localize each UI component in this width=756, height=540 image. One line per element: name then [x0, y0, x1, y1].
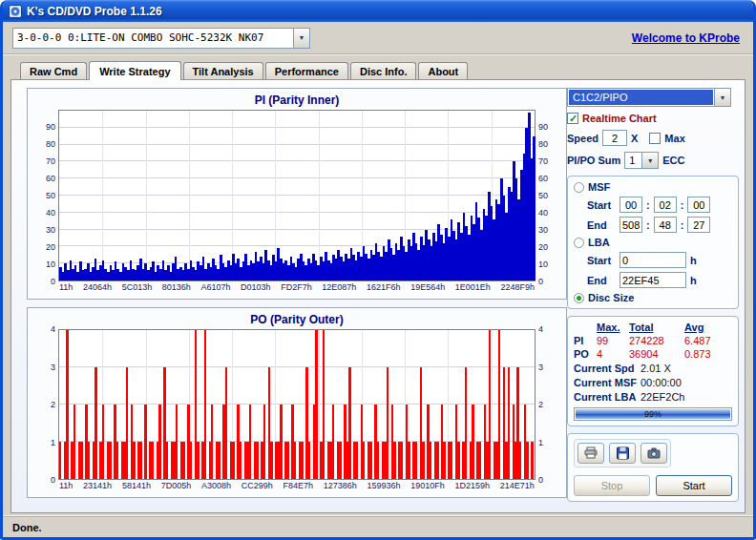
stats-header-max: Max. [597, 322, 629, 333]
y-tick-label-right: 80 [538, 140, 548, 148]
msf-end-row: End : : [574, 217, 732, 233]
pipo-sum-select[interactable]: 1 ▼ [624, 152, 659, 169]
chart-bar [240, 442, 242, 479]
disc-size-label: Disc Size [588, 292, 634, 303]
chart-bar [401, 442, 403, 479]
y-tick-label-left: 10 [46, 260, 55, 268]
current-msf-value: 00:00:00 [640, 377, 732, 388]
chart-bar [102, 405, 104, 479]
x-tick-label: 1621F6h [367, 282, 401, 295]
chart-bar [415, 442, 417, 479]
print-button[interactable] [578, 443, 604, 464]
po-avg-value: 0.873 [684, 348, 732, 360]
msf-start-min-input[interactable] [620, 197, 642, 213]
x-tick-label: A3008h [201, 481, 231, 493]
start-button[interactable]: Start [656, 475, 732, 496]
y-tick-label-right: 3 [538, 363, 543, 371]
chart-bar [465, 367, 467, 479]
pipo-sum-dropdown-button[interactable]: ▼ [641, 153, 658, 168]
stats-table: Max. Total Avg PI 99 274228 6.487 PO 4 3… [574, 322, 732, 360]
msf-end-sec-input[interactable] [654, 217, 677, 233]
toolbar: 3-0-0-0 0:LITE-ON COMBO SOHC-5232K NK07 … [3, 22, 753, 54]
tab-about[interactable]: About [418, 62, 468, 79]
lba-end-label: End [587, 275, 616, 286]
speed-label: Speed [567, 133, 598, 144]
tab-strip: Raw Cmd Write Strategy Tilt Analysis Per… [10, 56, 746, 79]
camera-icon [646, 447, 662, 460]
chart-bar [197, 442, 199, 479]
msf-label: MSF [588, 181, 610, 193]
stop-button[interactable]: Stop [574, 475, 650, 496]
po-y-axis-left: 01234 [33, 329, 58, 480]
device-select[interactable]: 3-0-0-0 0:LITE-ON COMBO SOHC-5232K NK07 … [12, 28, 310, 49]
speed-input[interactable] [602, 130, 627, 146]
realtime-chart-checkbox[interactable] [567, 113, 578, 124]
lba-radio[interactable] [574, 238, 584, 248]
tab-raw-cmd[interactable]: Raw Cmd [20, 62, 87, 79]
progress-label: 99% [575, 408, 731, 420]
chart-mode-dropdown-button[interactable]: ▼ [714, 89, 730, 106]
chart-bar [287, 442, 289, 479]
chart-bar [348, 367, 350, 479]
po-chart: PO (Parity Outer) 01234 01234 11h23141h5… [27, 307, 567, 498]
snapshot-button[interactable] [640, 443, 667, 464]
chart-bar [249, 405, 251, 479]
chart-bar [422, 442, 424, 479]
app-icon [9, 5, 22, 18]
tab-disc-info[interactable]: Disc Info. [350, 62, 417, 79]
device-select-dropdown-button[interactable]: ▼ [293, 29, 309, 48]
chart-bar [377, 442, 379, 479]
pi-max-value: 99 [597, 335, 629, 346]
tab-performance[interactable]: Performance [265, 62, 348, 79]
max-speed-checkbox[interactable] [649, 133, 661, 144]
x-tick-label: CC299h [242, 481, 273, 493]
chart-bar [166, 442, 168, 479]
msf-radio[interactable] [574, 182, 584, 193]
y-tick-label-left: 2 [51, 401, 55, 408]
po-chart-title: PO (Parity Outer) [33, 313, 560, 329]
tab-write-strategy[interactable]: Write Strategy [89, 61, 180, 80]
x-tick-label: 23141h [83, 481, 112, 493]
chart-bar [472, 405, 473, 479]
msf-radio-row: MSF [574, 181, 732, 193]
msf-end-label: End [587, 219, 616, 231]
msf-start-sec-input[interactable] [654, 197, 677, 213]
pi-row-label: PI [574, 335, 597, 346]
current-spd-value: 2.01 X [640, 363, 732, 374]
lba-end-input[interactable] [620, 272, 686, 288]
chart-bar [74, 405, 75, 479]
msf-end-min-input[interactable] [620, 217, 642, 233]
y-tick-label-left: 0 [51, 278, 55, 285]
chart-bar [211, 405, 213, 479]
x-tick-label: FD2F7h [281, 282, 312, 295]
window-title: K's CD/DVD Probe 1.1.26 [27, 5, 162, 18]
y-tick-label-left: 50 [46, 192, 55, 199]
chart-bar [152, 442, 154, 479]
y-tick-label-right: 70 [538, 157, 548, 165]
chart-bar [59, 442, 61, 479]
save-button[interactable] [609, 443, 636, 464]
x-tick-label: 1E001Eh [455, 282, 491, 295]
lba-start-input[interactable] [620, 252, 686, 268]
chart-bar [126, 367, 128, 479]
y-tick-label-left: 30 [46, 226, 55, 234]
chart-bar [225, 367, 227, 479]
app-window: K's CD/DVD Probe 1.1.26 3-0-0-0 0:LITE-O… [0, 0, 756, 540]
chevron-down-icon: ▼ [299, 34, 305, 41]
x-tick-label: 7D005h [161, 481, 192, 493]
chart-bar [489, 330, 491, 479]
msf-end-frame-input[interactable] [687, 217, 710, 233]
x-tick-label: F84E7h [283, 481, 313, 493]
x-tick-label: 1D2159h [455, 481, 491, 493]
msf-start-frame-input[interactable] [687, 197, 710, 213]
current-lba-row: Current LBA 22EF2Ch [574, 391, 732, 403]
disc-size-radio[interactable] [574, 293, 584, 303]
max-speed-label: Max [664, 133, 684, 144]
tab-tilt-analysis[interactable]: Tilt Analysis [183, 62, 263, 79]
chart-bar [457, 442, 459, 479]
chart-mode-select[interactable]: C1C2/PIPO ▼ [567, 88, 731, 107]
pi-x-axis: 11h24064h5C013h80136hA6107hD0103hFD2F7h1… [59, 282, 535, 295]
x-tick-label: 12E087h [322, 282, 356, 295]
chart-bar [436, 442, 438, 479]
welcome-link[interactable]: Welcome to KProbe [632, 31, 740, 45]
